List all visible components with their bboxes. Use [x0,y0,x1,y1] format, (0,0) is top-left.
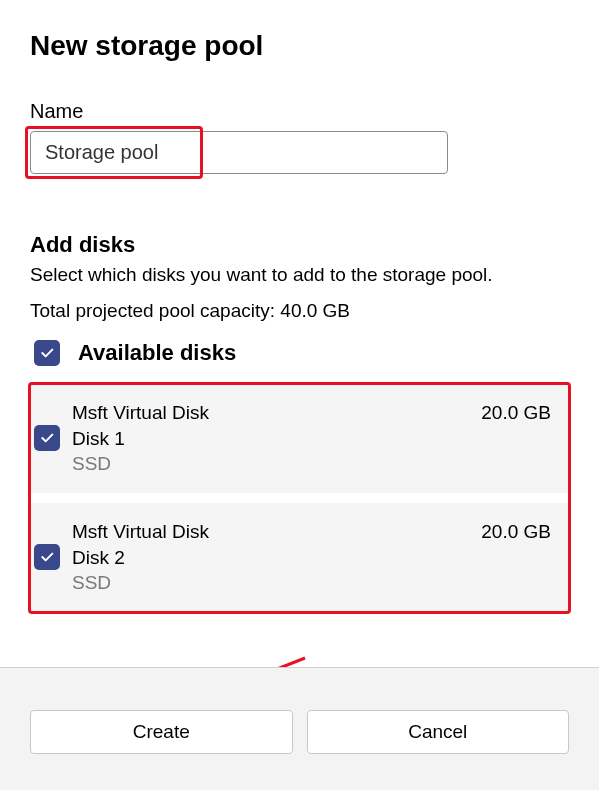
capacity-text: Total projected pool capacity: 40.0 GB [30,300,569,322]
check-icon [39,345,55,361]
disk-type: SSD [72,451,473,477]
available-disks-label: Available disks [78,340,236,366]
disk-type: SSD [72,570,473,596]
disk-number: Disk 2 [72,545,473,571]
disk-item[interactable]: Msft Virtual Disk Disk 2 SSD 20.0 GB [30,503,569,612]
page-title: New storage pool [30,30,569,62]
disk-size: 20.0 GB [481,402,551,424]
disk-checkbox[interactable] [34,544,60,570]
add-disks-description: Select which disks you want to add to th… [30,264,569,286]
footer-bar: Create Cancel [0,667,599,790]
cancel-button[interactable]: Cancel [307,710,570,754]
disk-name: Msft Virtual Disk [72,519,473,545]
disk-item[interactable]: Msft Virtual Disk Disk 1 SSD 20.0 GB [30,384,569,493]
disk-number: Disk 1 [72,426,473,452]
check-icon [39,549,55,565]
name-label: Name [30,100,569,123]
add-disks-heading: Add disks [30,232,569,258]
disk-list: Msft Virtual Disk Disk 1 SSD 20.0 GB Msf… [30,384,569,612]
check-icon [39,430,55,446]
name-input[interactable] [30,131,448,174]
disk-name: Msft Virtual Disk [72,400,473,426]
disk-size: 20.0 GB [481,521,551,543]
select-all-checkbox[interactable] [34,340,60,366]
create-button[interactable]: Create [30,710,293,754]
disk-checkbox[interactable] [34,425,60,451]
